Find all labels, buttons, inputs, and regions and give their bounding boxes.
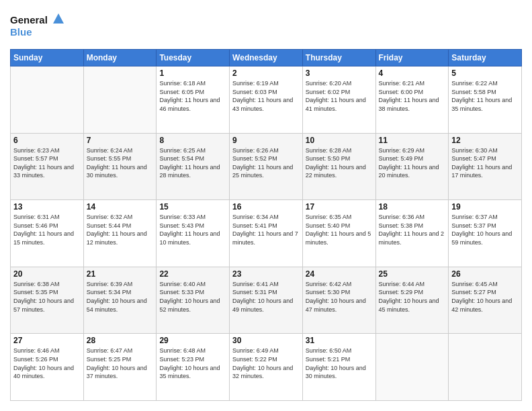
day-number: 14 [87, 202, 154, 212]
day-number: 15 [159, 202, 226, 212]
day-number: 22 [159, 269, 226, 279]
day-number: 24 [306, 269, 373, 279]
day-number: 26 [451, 269, 519, 279]
day-cell: 15Sunrise: 6:33 AM Sunset: 5:43 PM Dayli… [157, 200, 230, 267]
day-cell: 25Sunrise: 6:44 AM Sunset: 5:29 PM Dayli… [375, 267, 449, 334]
day-info: Sunrise: 6:23 AM Sunset: 5:57 PM Dayligh… [13, 146, 81, 180]
day-cell [83, 66, 157, 134]
day-cell: 18Sunrise: 6:36 AM Sunset: 5:38 PM Dayli… [375, 200, 449, 267]
week-row-1: 1Sunrise: 6:18 AM Sunset: 6:05 PM Daylig… [11, 66, 522, 134]
day-cell: 26Sunrise: 6:45 AM Sunset: 5:27 PM Dayli… [449, 267, 522, 334]
day-number: 5 [451, 68, 519, 78]
day-cell: 16Sunrise: 6:34 AM Sunset: 5:41 PM Dayli… [230, 200, 303, 267]
day-cell: 11Sunrise: 6:29 AM Sunset: 5:49 PM Dayli… [375, 133, 449, 200]
day-cell: 7Sunrise: 6:24 AM Sunset: 5:55 PM Daylig… [83, 133, 157, 200]
day-info: Sunrise: 6:47 AM Sunset: 5:25 PM Dayligh… [87, 347, 154, 380]
day-number: 10 [306, 136, 373, 145]
day-cell: 5Sunrise: 6:22 AM Sunset: 5:58 PM Daylig… [449, 66, 522, 134]
day-cell: 10Sunrise: 6:28 AM Sunset: 5:50 PM Dayli… [302, 133, 375, 200]
day-info: Sunrise: 6:26 AM Sunset: 5:52 PM Dayligh… [232, 146, 300, 180]
day-cell: 6Sunrise: 6:23 AM Sunset: 5:57 PM Daylig… [11, 133, 84, 200]
day-number: 11 [379, 136, 446, 145]
day-info: Sunrise: 6:18 AM Sunset: 6:05 PM Dayligh… [159, 79, 226, 113]
day-cell: 20Sunrise: 6:38 AM Sunset: 5:35 PM Dayli… [11, 267, 84, 334]
header-saturday: Saturday [449, 50, 522, 66]
day-cell: 2Sunrise: 6:19 AM Sunset: 6:03 PM Daylig… [230, 66, 303, 134]
day-info: Sunrise: 6:30 AM Sunset: 5:47 PM Dayligh… [451, 146, 519, 180]
day-number: 31 [306, 336, 373, 345]
svg-text:Blue: Blue [10, 26, 32, 38]
day-cell [375, 334, 449, 401]
day-info: Sunrise: 6:46 AM Sunset: 5:26 PM Dayligh… [13, 347, 81, 380]
day-number: 13 [13, 202, 81, 212]
logo-icon: General Blue [10, 10, 64, 40]
day-info: Sunrise: 6:34 AM Sunset: 5:41 PM Dayligh… [232, 213, 300, 246]
page: General Blue SundayMondayTuesdayWednesda… [0, 0, 532, 411]
week-row-4: 20Sunrise: 6:38 AM Sunset: 5:35 PM Dayli… [11, 267, 522, 334]
day-cell: 3Sunrise: 6:20 AM Sunset: 6:02 PM Daylig… [302, 66, 375, 134]
day-number: 21 [87, 269, 154, 279]
day-number: 27 [13, 336, 81, 345]
day-cell: 23Sunrise: 6:41 AM Sunset: 5:31 PM Dayli… [230, 267, 303, 334]
day-cell: 17Sunrise: 6:35 AM Sunset: 5:40 PM Dayli… [302, 200, 375, 267]
day-cell: 1Sunrise: 6:18 AM Sunset: 6:05 PM Daylig… [157, 66, 230, 134]
day-info: Sunrise: 6:32 AM Sunset: 5:44 PM Dayligh… [87, 213, 154, 246]
day-cell: 13Sunrise: 6:31 AM Sunset: 5:46 PM Dayli… [11, 200, 84, 267]
day-cell: 27Sunrise: 6:46 AM Sunset: 5:26 PM Dayli… [11, 334, 84, 401]
day-info: Sunrise: 6:37 AM Sunset: 5:37 PM Dayligh… [451, 213, 519, 246]
day-info: Sunrise: 6:25 AM Sunset: 5:54 PM Dayligh… [159, 146, 226, 180]
day-number: 18 [379, 202, 446, 212]
day-info: Sunrise: 6:29 AM Sunset: 5:49 PM Dayligh… [379, 146, 446, 180]
header: General Blue [10, 10, 522, 42]
day-info: Sunrise: 6:42 AM Sunset: 5:30 PM Dayligh… [306, 280, 373, 314]
day-info: Sunrise: 6:44 AM Sunset: 5:29 PM Dayligh… [379, 280, 446, 314]
header-sunday: Sunday [11, 50, 84, 66]
day-info: Sunrise: 6:19 AM Sunset: 6:03 PM Dayligh… [232, 79, 300, 113]
day-number: 25 [379, 269, 446, 279]
day-number: 20 [13, 269, 81, 279]
day-number: 30 [232, 336, 300, 345]
header-friday: Friday [375, 50, 449, 66]
day-cell: 28Sunrise: 6:47 AM Sunset: 5:25 PM Dayli… [83, 334, 157, 401]
day-info: Sunrise: 6:36 AM Sunset: 5:38 PM Dayligh… [379, 213, 446, 246]
day-cell: 22Sunrise: 6:40 AM Sunset: 5:33 PM Dayli… [157, 267, 230, 334]
day-info: Sunrise: 6:33 AM Sunset: 5:43 PM Dayligh… [159, 213, 226, 246]
day-number: 1 [159, 68, 226, 78]
header-monday: Monday [83, 50, 157, 66]
day-number: 9 [232, 136, 300, 145]
day-cell: 19Sunrise: 6:37 AM Sunset: 5:37 PM Dayli… [449, 200, 522, 267]
week-row-3: 13Sunrise: 6:31 AM Sunset: 5:46 PM Dayli… [11, 200, 522, 267]
day-info: Sunrise: 6:50 AM Sunset: 5:21 PM Dayligh… [306, 347, 373, 380]
week-row-5: 27Sunrise: 6:46 AM Sunset: 5:26 PM Dayli… [11, 334, 522, 401]
day-info: Sunrise: 6:22 AM Sunset: 5:58 PM Dayligh… [451, 79, 519, 113]
day-info: Sunrise: 6:35 AM Sunset: 5:40 PM Dayligh… [306, 213, 373, 246]
day-cell: 4Sunrise: 6:21 AM Sunset: 6:00 PM Daylig… [375, 66, 449, 134]
day-number: 28 [87, 336, 154, 345]
day-cell [449, 334, 522, 401]
day-cell: 29Sunrise: 6:48 AM Sunset: 5:23 PM Dayli… [157, 334, 230, 401]
calendar-table: SundayMondayTuesdayWednesdayThursdayFrid… [10, 49, 522, 401]
header-tuesday: Tuesday [157, 50, 230, 66]
svg-text:General: General [10, 14, 48, 26]
day-number: 7 [87, 136, 154, 145]
day-info: Sunrise: 6:31 AM Sunset: 5:46 PM Dayligh… [13, 213, 81, 246]
day-info: Sunrise: 6:49 AM Sunset: 5:22 PM Dayligh… [232, 347, 300, 380]
day-number: 23 [232, 269, 300, 279]
day-number: 4 [379, 68, 446, 78]
day-info: Sunrise: 6:39 AM Sunset: 5:34 PM Dayligh… [87, 280, 154, 314]
day-info: Sunrise: 6:41 AM Sunset: 5:31 PM Dayligh… [232, 280, 300, 314]
day-cell: 14Sunrise: 6:32 AM Sunset: 5:44 PM Dayli… [83, 200, 157, 267]
day-cell: 12Sunrise: 6:30 AM Sunset: 5:47 PM Dayli… [449, 133, 522, 200]
day-number: 19 [451, 202, 519, 212]
day-cell: 9Sunrise: 6:26 AM Sunset: 5:52 PM Daylig… [230, 133, 303, 200]
day-info: Sunrise: 6:24 AM Sunset: 5:55 PM Dayligh… [87, 146, 154, 180]
day-info: Sunrise: 6:45 AM Sunset: 5:27 PM Dayligh… [451, 280, 519, 314]
day-cell: 31Sunrise: 6:50 AM Sunset: 5:21 PM Dayli… [302, 334, 375, 401]
day-number: 29 [159, 336, 226, 345]
day-cell: 24Sunrise: 6:42 AM Sunset: 5:30 PM Dayli… [302, 267, 375, 334]
header-thursday: Thursday [302, 50, 375, 66]
day-number: 16 [232, 202, 300, 212]
day-info: Sunrise: 6:38 AM Sunset: 5:35 PM Dayligh… [13, 280, 81, 314]
day-cell: 30Sunrise: 6:49 AM Sunset: 5:22 PM Dayli… [230, 334, 303, 401]
day-info: Sunrise: 6:28 AM Sunset: 5:50 PM Dayligh… [306, 146, 373, 180]
